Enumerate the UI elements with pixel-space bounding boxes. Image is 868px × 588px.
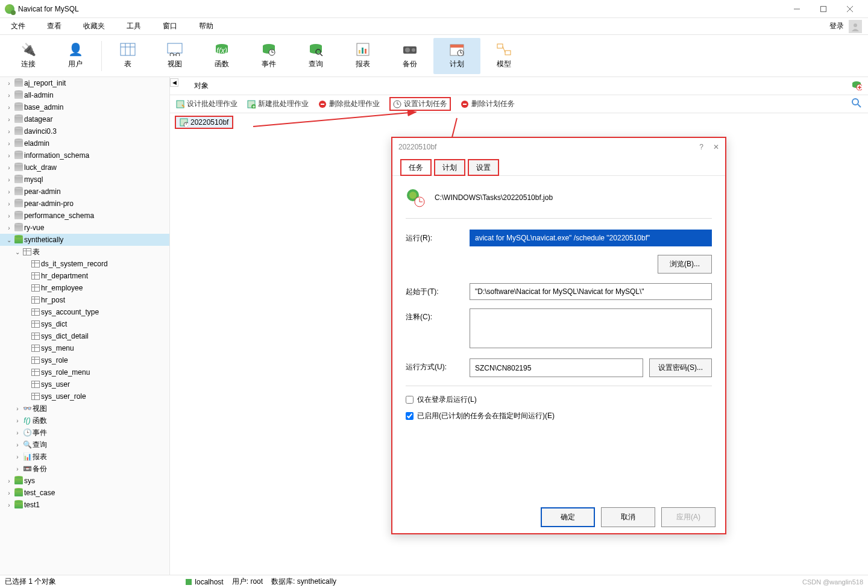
- tree-table-item[interactable]: sys_user: [0, 378, 169, 390]
- tree-db-label: synthetically: [24, 236, 63, 244]
- tree-table-item[interactable]: hr_department: [0, 270, 169, 282]
- input-run[interactable]: [470, 230, 712, 246]
- tree-group-queries[interactable]: ›🔍查询: [0, 439, 169, 451]
- tool-event-label: 事件: [262, 59, 276, 69]
- tool-function[interactable]: f(x)函数: [198, 38, 245, 74]
- menu-window[interactable]: 窗口: [158, 19, 182, 34]
- action-set-task[interactable]: 设置计划任务: [389, 97, 451, 111]
- input-comment[interactable]: [470, 308, 712, 348]
- avatar[interactable]: [849, 20, 862, 33]
- input-runas[interactable]: [470, 358, 643, 377]
- tool-report-label: 报表: [356, 59, 370, 69]
- sidebar[interactable]: ›aj_report_init›all-admin›base_admin›dat…: [0, 77, 170, 576]
- tree-db-item[interactable]: ›information_schema: [0, 149, 169, 161]
- ok-button[interactable]: 确定: [541, 507, 595, 527]
- svg-rect-1: [821, 6, 826, 11]
- action-delete-job[interactable]: 删除批处理作业: [318, 99, 380, 109]
- tool-query[interactable]: 查询: [292, 38, 339, 74]
- action-search-icon[interactable]: [851, 98, 862, 111]
- tree-group-tables[interactable]: ⌄ 表: [0, 246, 169, 258]
- tree-db-item[interactable]: ›pear-admin-pro: [0, 198, 169, 210]
- tree-table-item[interactable]: sys_account_type: [0, 306, 169, 318]
- svg-line-21: [320, 54, 322, 56]
- tree-db-item[interactable]: ›eladmin: [0, 137, 169, 149]
- dialog-tab-task[interactable]: 任务: [401, 160, 431, 175]
- tool-view[interactable]: 视图: [151, 38, 198, 74]
- minimize-button[interactable]: [784, 0, 810, 18]
- tree-group-views[interactable]: ›👓视图: [0, 402, 169, 414]
- apply-button[interactable]: 应用(A): [661, 507, 715, 527]
- tree-db-item[interactable]: ›test1: [0, 499, 169, 511]
- tree-table-item[interactable]: hr_employee: [0, 282, 169, 294]
- svg-point-11: [176, 53, 180, 56]
- close-button[interactable]: [837, 0, 863, 18]
- app-title: Navicat for MySQL: [18, 5, 79, 13]
- check-only-logon[interactable]: 仅在登录后运行(L): [406, 395, 712, 405]
- dialog-close-icon[interactable]: ✕: [713, 143, 719, 151]
- tree-group-events[interactable]: ›🕒事件: [0, 427, 169, 439]
- label-startin: 起始于(T):: [406, 283, 460, 297]
- tree-db-item[interactable]: ›all-admin: [0, 89, 169, 101]
- svg-line-36: [503, 46, 505, 52]
- status-selected: 已选择 1 个对象: [5, 577, 56, 587]
- tool-func-label: 函数: [215, 59, 229, 69]
- tool-query-label: 查询: [309, 59, 323, 69]
- add-tab-button[interactable]: [845, 77, 868, 95]
- browse-button[interactable]: 浏览(B)...: [658, 255, 712, 274]
- tree-table-item[interactable]: sys_role: [0, 354, 169, 366]
- tool-report[interactable]: 报表: [339, 38, 386, 74]
- tree-table-item[interactable]: hr_post: [0, 294, 169, 306]
- tree-table-item[interactable]: sys_user_role: [0, 390, 169, 402]
- action-design-job[interactable]: 设计批处理作业: [176, 99, 237, 109]
- schedule-item[interactable]: 20220510bf: [175, 116, 233, 129]
- menu-favorites[interactable]: 收藏夹: [78, 19, 110, 34]
- sidebar-collapse-handle[interactable]: ◀: [170, 78, 178, 87]
- tool-event[interactable]: 事件: [245, 38, 292, 74]
- svg-rect-24: [362, 48, 363, 54]
- set-password-button[interactable]: 设置密码(S)...: [649, 358, 712, 377]
- tree-db-item[interactable]: ›datagear: [0, 113, 169, 125]
- action-new-job[interactable]: 新建批处理作业: [247, 99, 309, 109]
- tree-db-item[interactable]: ›mysql: [0, 174, 169, 186]
- menu-file[interactable]: 文件: [6, 19, 30, 34]
- tree-db-item[interactable]: ›test_case: [0, 487, 169, 499]
- menu-view[interactable]: 查看: [42, 19, 66, 34]
- dialog-help-icon[interactable]: ?: [699, 143, 703, 151]
- tool-model[interactable]: 模型: [480, 38, 527, 74]
- tool-backup[interactable]: 备份: [386, 38, 433, 74]
- tree-table-item[interactable]: ds_it_system_record: [0, 258, 169, 270]
- tree-group-funcs[interactable]: ›f()函数: [0, 414, 169, 427]
- menu-tools[interactable]: 工具: [122, 19, 146, 34]
- menu-help[interactable]: 帮助: [194, 19, 218, 34]
- tree-table-item[interactable]: sys_role_menu: [0, 366, 169, 378]
- cancel-button[interactable]: 取消: [601, 507, 655, 527]
- tree-table-item[interactable]: sys_menu: [0, 342, 169, 354]
- dialog-tab-settings[interactable]: 设置: [468, 160, 498, 175]
- tree-db-active[interactable]: ⌄ synthetically: [0, 234, 169, 246]
- maximize-button[interactable]: [810, 0, 837, 18]
- tree-db-item[interactable]: ›luck_draw: [0, 161, 169, 174]
- tree-db-item[interactable]: ›davinci0.3: [0, 125, 169, 137]
- tree-db-item[interactable]: ›aj_report_init: [0, 77, 169, 89]
- svg-point-28: [412, 48, 415, 52]
- tab-objects[interactable]: 对象: [184, 77, 218, 95]
- tree-db-item[interactable]: ›pear-admin: [0, 186, 169, 198]
- input-startin[interactable]: [470, 283, 712, 300]
- tool-table[interactable]: 表: [104, 38, 151, 74]
- tree-db-item[interactable]: ›ry-vue: [0, 222, 169, 234]
- check-enabled[interactable]: 已启用(已计划的任务会在指定时间运行)(E): [406, 411, 712, 421]
- tree-group-backups[interactable]: ›📼备份: [0, 463, 169, 475]
- svg-rect-41: [177, 101, 184, 108]
- tree-db-item[interactable]: ›sys: [0, 475, 169, 487]
- tool-connect[interactable]: 🔌连接: [5, 38, 52, 74]
- tree-table-item[interactable]: sys_dict: [0, 318, 169, 330]
- tree-db-item[interactable]: ›performance_schema: [0, 210, 169, 222]
- tool-user[interactable]: 👤用户: [52, 38, 99, 74]
- tree-group-reports[interactable]: ›📊报表: [0, 451, 169, 463]
- login-link[interactable]: 登录: [829, 21, 844, 31]
- dialog-tab-schedule[interactable]: 计划: [435, 160, 465, 175]
- tree-table-item[interactable]: sys_dict_detail: [0, 330, 169, 342]
- tool-schedule[interactable]: 计划: [433, 38, 480, 74]
- action-delete-task[interactable]: 删除计划任务: [461, 99, 515, 109]
- tree-db-item[interactable]: ›base_admin: [0, 101, 169, 113]
